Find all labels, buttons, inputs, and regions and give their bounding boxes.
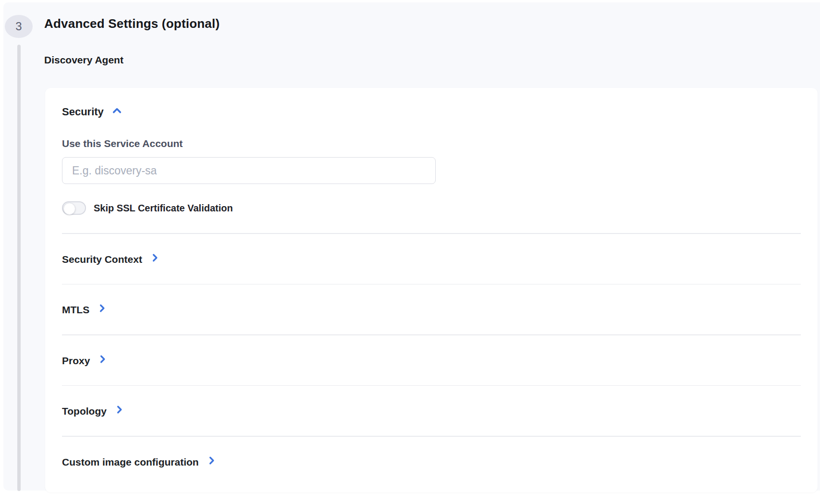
- skip-ssl-toggle[interactable]: [62, 201, 86, 215]
- section-security-context[interactable]: Security Context: [62, 234, 801, 284]
- advanced-settings-panel: 3 Advanced Settings (optional) Discovery…: [3, 2, 820, 491]
- service-account-input[interactable]: [62, 157, 436, 184]
- step-title: Advanced Settings (optional): [44, 16, 220, 31]
- chevron-up-icon: [111, 105, 123, 120]
- section-label: Custom image configuration: [62, 455, 199, 469]
- section-security[interactable]: Security: [62, 105, 801, 119]
- section-security-label: Security: [62, 106, 104, 118]
- chevron-right-icon: [149, 252, 160, 267]
- step-number: 3: [15, 20, 22, 33]
- toggle-knob: [63, 203, 75, 215]
- chevron-right-icon: [114, 404, 125, 418]
- chevron-right-icon: [206, 455, 217, 469]
- section-proxy[interactable]: Proxy: [62, 335, 801, 385]
- skip-ssl-toggle-row: Skip SSL Certificate Validation: [62, 201, 801, 215]
- step-number-badge: 3: [5, 15, 33, 38]
- section-custom-image-configuration[interactable]: Custom image configuration: [62, 437, 801, 487]
- discovery-agent-card: Security Use this Service Account Skip S…: [45, 88, 818, 492]
- section-label: Security Context: [62, 253, 142, 266]
- service-account-label: Use this Service Account: [62, 138, 801, 149]
- chevron-right-icon: [97, 354, 108, 368]
- skip-ssl-label: Skip SSL Certificate Validation: [94, 203, 233, 214]
- section-label: MTLS: [62, 303, 89, 317]
- step-connector-line: [17, 45, 21, 491]
- section-label: Topology: [62, 405, 107, 418]
- section-label: Proxy: [62, 354, 90, 368]
- section-mtls[interactable]: MTLS: [62, 284, 801, 334]
- section-topology[interactable]: Topology: [62, 386, 801, 436]
- chevron-right-icon: [97, 303, 108, 317]
- discovery-agent-subtitle: Discovery Agent: [44, 54, 123, 66]
- collapsed-sections-list: Security ContextMTLSProxyTopologyCustom …: [62, 234, 801, 487]
